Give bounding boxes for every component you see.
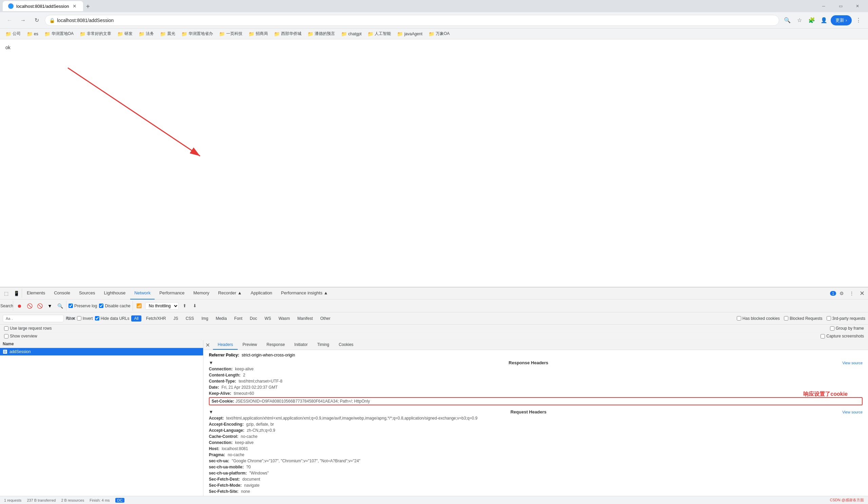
tab-application[interactable]: Application [247,287,276,299]
group-by-frame-checkbox[interactable]: Group by frame [830,326,864,331]
filter-button[interactable]: ▼ [46,302,54,310]
capture-screenshots-checkbox[interactable]: Capture screenshots [820,334,864,339]
bookmark-wxoa[interactable]: 📁万象OA [426,30,452,38]
bookmark-icon[interactable]: ☆ [794,15,805,26]
search-network-button[interactable]: Search [3,302,11,310]
detail-tab-preview[interactable]: Preview [238,340,262,350]
hide-data-urls-checkbox[interactable]: Hide data URLs [95,316,130,321]
bookmark-cg[interactable]: 📁晨光 [157,30,178,38]
third-party-checkbox[interactable]: 3rd-party requests [827,316,865,321]
browser-toolbar-icons: 🔍 ☆ 🧩 👤 更新 › ⋮ [782,15,864,26]
bookmark-hrdb[interactable]: 📁华润置地省办 [179,30,216,38]
invert-checkbox[interactable]: Invert [77,316,93,321]
clear-button[interactable]: 🚫 [35,302,44,310]
tab-recorder[interactable]: Recorder ▲ [214,287,246,299]
tab-memory[interactable]: Memory [189,287,213,299]
devtools-close-button[interactable]: ✕ [857,289,867,298]
bookmark-gongsi[interactable]: 📁公司 [3,30,23,38]
search-requests-button[interactable]: 🔍 [56,302,64,310]
network-conditions-button[interactable]: 📶 [135,302,143,310]
detail-tab-headers[interactable]: Headers [213,340,238,350]
filter-all[interactable]: All [131,316,141,321]
detail-close-button[interactable]: ✕ [204,341,211,349]
filter-manifest[interactable]: Manifest [294,316,315,321]
request-item-addsession[interactable]: D addSession [0,348,203,356]
filter-wasm[interactable]: Wasm [276,316,293,321]
filter-font[interactable]: Font [231,316,245,321]
record-button[interactable]: ⏺ [15,302,23,310]
bookmark-chatgpt[interactable]: 📁chatgpt [338,30,364,38]
filter-img[interactable]: Img [199,316,211,321]
tab-lighthouse[interactable]: Lighthouse [100,287,130,299]
filter-ws[interactable]: WS [262,316,273,321]
back-button[interactable]: ← [4,15,15,26]
tab-close-button[interactable]: ✕ [72,3,78,9]
detail-tab-initiator[interactable]: Initiator [290,340,312,350]
tab-network[interactable]: Network [130,287,155,299]
stop-recording-button[interactable]: 🚫 [25,302,33,310]
network-content: Name D addSession ✕ [0,340,868,496]
filter-other[interactable]: Other [317,316,333,321]
bookmark-xbhqc[interactable]: 📁西部华侨城 [271,30,304,38]
detail-tab-cookies[interactable]: Cookies [334,340,358,350]
request-headers-section[interactable]: ▼ Request Headers View source [209,409,862,414]
use-large-rows-checkbox[interactable]: Use large request rows [4,326,52,331]
detail-tabs: ✕ Headers Preview Response Init [204,340,868,350]
throttle-select[interactable]: No throttling [145,302,179,310]
tab-performance[interactable]: Performance [155,287,188,299]
more-tools-button[interactable]: ⋮ [847,289,857,298]
bookmark-law[interactable]: 📁法务 [136,30,157,38]
filter-doc[interactable]: Doc [247,316,260,321]
filter-js[interactable]: JS [170,316,181,321]
filter-css[interactable]: CSS [183,316,197,321]
menu-icon[interactable]: ⋮ [853,15,864,26]
bookmark-articles[interactable]: 📁非常好的文章 [77,30,114,38]
bookmark-javaagent[interactable]: 📁javaAgent [394,30,425,38]
tab-sources[interactable]: Sources [75,287,99,299]
device-toggle-button[interactable]: 📱 [11,289,21,298]
import-button[interactable]: ⬆ [181,302,189,310]
profile-icon[interactable]: 👤 [818,15,829,26]
detail-tab-timing[interactable]: Timing [312,340,334,350]
detail-tab-response[interactable]: Response [262,340,290,350]
filter-fetch-xhr[interactable]: Fetch/XHR [143,316,169,321]
req-header-cache-control: Cache-Control: no-cache [209,434,862,439]
minimize-button[interactable]: ─ [816,1,831,11]
filter-input[interactable] [14,316,65,321]
tab-elements[interactable]: Elements [23,287,49,299]
filter-media[interactable]: Media [213,316,229,321]
bookmark-pd[interactable]: 📁潘德的预言 [305,30,338,38]
view-source-response[interactable]: View source [842,361,862,365]
element-picker-button[interactable]: ⬚ [1,289,11,298]
tab-performance-insights[interactable]: Performance insights ▲ [277,287,332,299]
browser-tab[interactable]: 🌐 localhost:8081/addSession ✕ [3,1,83,11]
response-headers-section[interactable]: ▼ Response Headers View source [209,360,862,365]
disable-cache-checkbox[interactable]: Disable cache [99,304,130,308]
show-overview-checkbox[interactable]: Show overview [4,334,37,339]
devtools-toolbar: ⬚ 📱 Elements Console Sources Lighthouse … [0,287,868,299]
search-icon[interactable]: 🔍 [782,15,793,26]
request-list: D addSession [0,348,203,496]
forward-button[interactable]: → [18,15,29,26]
bookmark-es[interactable]: 📁es [24,30,41,38]
settings-button[interactable]: ⚙ [837,289,846,298]
restore-button[interactable]: ▭ [833,1,848,11]
update-button[interactable]: 更新 › [831,15,852,25]
export-button[interactable]: ⬇ [191,302,199,310]
url-bar[interactable]: 🔒 localhost:8081/addSession [45,15,779,26]
tab-console[interactable]: Console [50,287,74,299]
filter-bar: Aa . ↻ ✕ Filter Invert Hide data URLs Al… [0,312,868,325]
blocked-requests-checkbox[interactable]: Blocked Requests [784,316,823,321]
extensions-icon[interactable]: 🧩 [806,15,817,26]
view-source-request[interactable]: View source [842,410,862,414]
bookmark-yykj[interactable]: 📁一页科技 [216,30,245,38]
preserve-log-checkbox[interactable]: Preserve log [69,304,97,308]
close-window-button[interactable]: ✕ [850,1,865,11]
has-blocked-cookies-checkbox[interactable]: Has blocked cookies [737,316,780,321]
bookmark-rd[interactable]: 📁研发 [115,30,135,38]
new-tab-button[interactable]: + [83,2,93,11]
bookmark-zsj[interactable]: 📁招商局 [246,30,271,38]
reload-button[interactable]: ↻ [31,15,42,26]
bookmark-hroa[interactable]: 📁华润置地OA [42,30,76,38]
bookmark-ai[interactable]: 📁人工智能 [365,30,394,38]
